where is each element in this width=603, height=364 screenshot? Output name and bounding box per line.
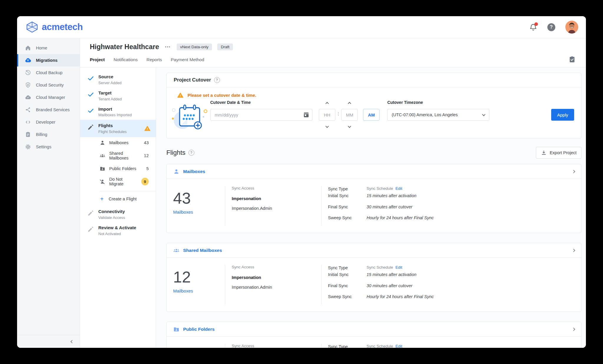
project-steps: Source Server Added Target Tenant Added xyxy=(80,67,156,348)
flight-count-label: Mailboxes xyxy=(173,210,225,215)
create-flight-button[interactable]: + Create a Flight xyxy=(80,193,156,205)
flight-card-header[interactable]: Shared Mailboxes xyxy=(167,243,581,258)
step-subtitle: Flight Schedules xyxy=(98,129,127,134)
sync-schedule-value: Hourly for 24 hours after Final Sync xyxy=(367,294,572,300)
flight-card-public-folders: Public Folders 5 Sync Access xyxy=(166,322,582,348)
person-icon xyxy=(100,140,105,146)
cutover-date-input[interactable] xyxy=(210,109,312,121)
sync-schedule-header: Sync Schedule xyxy=(367,344,393,348)
flight-nav-label: Do Not Migrate xyxy=(109,177,138,186)
cutover-help-icon[interactable]: ? xyxy=(214,77,220,83)
tab-payment-method[interactable]: Payment Method xyxy=(171,57,204,62)
notification-badge xyxy=(534,22,538,26)
sync-type-value: Initial Sync xyxy=(328,272,367,277)
code-icon xyxy=(25,119,31,125)
flight-card-title: Shared Mailboxes xyxy=(183,248,222,253)
share-icon xyxy=(25,107,31,113)
topbar: acmetech ? xyxy=(17,16,586,38)
meridiem-toggle[interactable]: AM xyxy=(363,109,380,121)
brand-logo[interactable]: acmetech xyxy=(26,21,83,33)
flight-nav-shared-mailboxes[interactable]: Shared Mailboxes 12 xyxy=(80,148,156,163)
step-subtitle: Server Added xyxy=(98,81,122,85)
hour-up-icon[interactable] xyxy=(326,100,328,106)
more-menu-icon[interactable]: ••• xyxy=(164,45,171,49)
flight-card-mailboxes: Mailboxes 43 Mailboxes Sync Access xyxy=(166,164,582,233)
sidebar-footer xyxy=(17,335,80,348)
hour-down-icon[interactable] xyxy=(326,124,328,129)
user-avatar[interactable] xyxy=(565,21,578,34)
cutover-title: Project Cutover xyxy=(174,77,211,83)
edit-schedule-link[interactable]: Edit xyxy=(395,344,402,348)
sidebar-item-branded-services[interactable]: Branded Services xyxy=(17,104,80,116)
sync-schedule-header: Sync Schedule xyxy=(367,186,393,192)
step-target[interactable]: Target Tenant Added xyxy=(80,88,156,104)
sync-type-value: Final Sync xyxy=(328,204,367,210)
tab-reports[interactable]: Reports xyxy=(147,57,162,62)
check-icon xyxy=(87,91,94,98)
backup-history-icon xyxy=(25,69,31,76)
edit-schedule-link[interactable]: Edit xyxy=(395,265,402,270)
step-flights[interactable]: Flights Flight Schedules xyxy=(80,120,156,137)
sidebar-item-cloud-security[interactable]: Cloud Security xyxy=(17,79,80,91)
flight-nav-mailboxes[interactable]: Mailboxes 43 xyxy=(80,137,156,148)
apply-button[interactable]: Apply xyxy=(551,109,574,121)
step-review-activate[interactable]: Review & Activate Not Activated xyxy=(80,222,156,239)
minute-input[interactable] xyxy=(341,109,358,121)
checklist-clipboard-icon[interactable] xyxy=(568,56,576,63)
sync-type-header: Sync Type xyxy=(328,186,367,192)
sidebar-item-home[interactable]: Home xyxy=(17,42,80,54)
chevron-right-icon[interactable] xyxy=(572,249,575,252)
sidebar-item-migrations[interactable]: Migrations xyxy=(17,54,80,67)
minute-up-icon[interactable] xyxy=(348,100,351,106)
flight-card-header[interactable]: Mailboxes xyxy=(167,164,581,179)
flight-nav-public-folders[interactable]: Public Folders 5 xyxy=(80,163,156,174)
timezone-label: Cutover Timezone xyxy=(387,100,489,106)
sync-type-value: Sweep Sync xyxy=(328,215,367,221)
sidebar-collapse-icon[interactable] xyxy=(70,340,74,343)
date-label: Cutover Date & Time xyxy=(210,100,312,106)
tab-project[interactable]: Project xyxy=(90,57,105,62)
flights-title: Flights xyxy=(166,149,185,157)
flights-help-icon[interactable]: ? xyxy=(188,150,194,156)
edit-schedule-link[interactable]: Edit xyxy=(395,186,402,192)
project-cutover-card: Project Cutover ? Please set a cutover d… xyxy=(166,73,582,139)
sidebar-item-cloud-manager[interactable]: Cloud Manager xyxy=(17,91,80,104)
minute-down-icon[interactable] xyxy=(348,124,351,129)
sync-access-primary: Impersonation xyxy=(232,275,318,280)
step-import[interactable]: Import Mailboxes Imported xyxy=(80,104,156,120)
notifications-bell-icon[interactable] xyxy=(529,23,537,31)
sync-schedule-value: 30 minutes after cutover xyxy=(367,204,572,210)
sync-access-secondary: Impersonation.Admin xyxy=(232,285,318,290)
flight-nav-count: 12 xyxy=(144,153,149,158)
check-icon xyxy=(87,75,94,82)
export-project-button[interactable]: Export Project xyxy=(536,147,582,159)
hour-input[interactable] xyxy=(319,109,335,121)
step-source[interactable]: Source Server Added xyxy=(80,72,156,88)
sidebar-item-settings[interactable]: Settings xyxy=(17,141,80,153)
flight-card-header[interactable]: Public Folders xyxy=(167,322,581,337)
flight-nav-label: Mailboxes xyxy=(109,140,128,145)
chevron-right-icon[interactable] xyxy=(572,328,575,331)
person-off-icon xyxy=(100,179,105,185)
sidebar-item-billing[interactable]: Billing xyxy=(17,128,80,141)
chevron-right-icon[interactable] xyxy=(572,170,575,173)
flight-card-title: Mailboxes xyxy=(183,169,205,174)
do-not-migrate-badge: 9 xyxy=(141,178,149,185)
help-icon[interactable]: ? xyxy=(547,23,555,31)
timezone-select[interactable]: (UTC-07:00) America, Los Angeles xyxy=(387,109,489,121)
sync-schedule-value: 15 minutes after activation xyxy=(367,193,572,199)
step-connectivity[interactable]: Connectivity Validate Access xyxy=(80,206,156,222)
brand-name: acmetech xyxy=(42,22,83,32)
tab-notifications[interactable]: Notifications xyxy=(114,57,138,62)
calendar-picker-icon[interactable] xyxy=(303,111,310,118)
step-subtitle: Tenant Added xyxy=(98,97,122,101)
sidebar-item-label: Cloud Security xyxy=(36,83,64,87)
sync-schedule-header: Sync Schedule xyxy=(367,265,393,270)
sidebar-item-developer[interactable]: Developer xyxy=(17,116,80,128)
status-badge: Draft xyxy=(217,44,233,50)
flight-nav-count: 43 xyxy=(144,140,149,145)
chevron-down-icon xyxy=(482,113,486,116)
flight-nav-do-not-migrate[interactable]: Do Not Migrate 9 xyxy=(80,174,156,189)
project-type-badge: vNext Data-only xyxy=(177,44,212,50)
sidebar-item-cloud-backup[interactable]: Cloud Backup xyxy=(17,67,80,79)
